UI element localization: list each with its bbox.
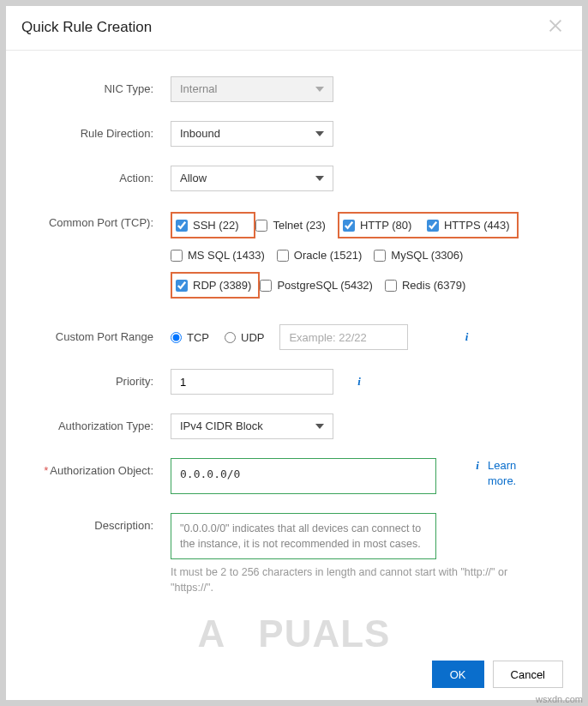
nic-type-select: Internal — [171, 76, 333, 102]
checkbox-mysql[interactable]: MySQL (3306) — [374, 249, 463, 262]
priority-input[interactable] — [171, 369, 333, 395]
checkbox-postgresql[interactable]: PostgreSQL (5432) — [260, 279, 373, 292]
checkbox-ssh[interactable]: SSH (22) — [176, 219, 238, 232]
source-mark: wsxdn.com — [536, 694, 583, 704]
description-input[interactable]: "0.0.0.0/0" indicates that all devices c… — [171, 513, 436, 559]
label-auth-object: *Authorization Object: — [27, 458, 171, 479]
label-nic-type: NIC Type: — [27, 76, 171, 102]
chevron-down-icon — [315, 87, 324, 92]
label-common-port: Common Port (TCP): — [27, 210, 171, 236]
rule-direction-select[interactable]: Inbound — [171, 121, 333, 147]
close-icon[interactable] — [546, 16, 565, 38]
auth-type-value: IPv4 CIDR Block — [180, 414, 263, 438]
custom-port-input[interactable] — [279, 324, 408, 350]
dialog-content: NIC Type: Internal Rule Direction: Inbou… — [6, 51, 582, 608]
checkbox-https[interactable]: HTTPS (443) — [427, 219, 510, 232]
ok-button[interactable]: OK — [432, 661, 484, 688]
checkbox-http[interactable]: HTTP (80) — [343, 219, 411, 232]
label-rule-direction: Rule Direction: — [27, 121, 171, 147]
highlight-http-https: HTTP (80) HTTPS (443) — [338, 212, 519, 238]
label-action: Action: — [27, 166, 171, 191]
dialog-title: Quick Rule Creation — [21, 19, 152, 36]
label-auth-type: Authorization Type: — [27, 413, 171, 439]
highlight-ssh: SSH (22) — [171, 212, 255, 238]
label-description: Description: — [27, 513, 171, 539]
label-custom-port: Custom Port Range — [27, 324, 171, 350]
auth-type-select[interactable]: IPv4 CIDR Block — [171, 413, 333, 439]
chevron-down-icon — [315, 131, 324, 136]
checkbox-rdp[interactable]: RDP (3389) — [176, 279, 251, 292]
info-icon[interactable] — [352, 375, 366, 389]
checkbox-telnet[interactable]: Telnet (23) — [255, 219, 325, 232]
chevron-down-icon — [315, 176, 324, 181]
checkbox-mssql[interactable]: MS SQL (1433) — [171, 249, 265, 262]
label-priority: Priority: — [27, 369, 171, 395]
highlight-rdp: RDP (3389) — [171, 272, 260, 299]
quick-rule-dialog: Quick Rule Creation NIC Type: Internal R… — [5, 5, 583, 701]
radio-tcp[interactable]: TCP — [171, 331, 209, 344]
rule-direction-value: Inbound — [180, 122, 220, 146]
checkbox-redis[interactable]: Redis (6379) — [385, 279, 465, 292]
radio-udp[interactable]: UDP — [225, 331, 264, 344]
watermark: A PUALS — [6, 612, 582, 655]
description-hint: It must be 2 to 256 characters in length… — [171, 564, 531, 595]
checkbox-oracle[interactable]: Oracle (1521) — [277, 249, 362, 262]
action-value: Allow — [180, 166, 207, 190]
chevron-down-icon — [315, 424, 324, 429]
cancel-button[interactable]: Cancel — [493, 661, 563, 688]
dialog-footer: OK Cancel — [432, 661, 563, 688]
action-select[interactable]: Allow — [171, 166, 333, 191]
nic-type-value: Internal — [180, 77, 217, 101]
info-icon[interactable] — [459, 330, 473, 344]
auth-object-input[interactable] — [171, 458, 436, 494]
learn-more-link[interactable]: Learn more. — [471, 458, 539, 489]
info-icon — [471, 459, 484, 473]
titlebar: Quick Rule Creation — [6, 6, 582, 51]
